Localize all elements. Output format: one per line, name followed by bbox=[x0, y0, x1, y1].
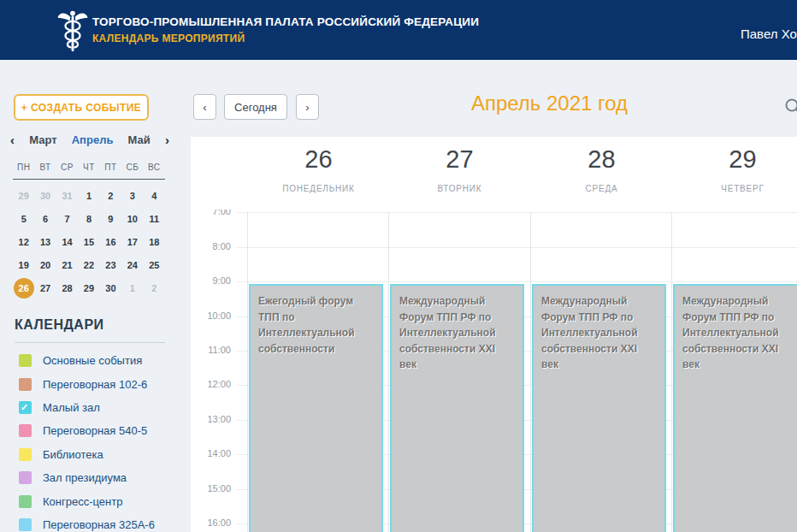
calendar-item-zal-prezidiuma[interactable]: Зал президиума bbox=[0, 466, 180, 489]
calendar-item-peregovornaya-540-5[interactable]: Переговорная 540-5 bbox=[0, 419, 180, 442]
calendar-color-checkbox[interactable] bbox=[19, 354, 32, 367]
today-button[interactable]: Сегодня bbox=[224, 94, 287, 120]
user-name[interactable]: Павел Хо bbox=[741, 27, 797, 41]
mini-day[interactable]: 29 bbox=[13, 184, 34, 207]
day-headers-row: 26 ПОНЕДЕЛЬНИК 27 ВТОРНИК 28 СРЕДА 29 ЧЕ… bbox=[191, 137, 797, 210]
mini-day[interactable]: 6 bbox=[34, 207, 56, 230]
calendar-item-malyj-zal[interactable]: Малый зал bbox=[0, 396, 180, 419]
mini-day[interactable]: 13 bbox=[34, 230, 56, 253]
mini-day[interactable]: 28 bbox=[56, 276, 78, 299]
mini-day[interactable]: 30 bbox=[100, 276, 121, 299]
event-block-wednesday[interactable]: Международный Форум ТПП РФ по Интеллекту… bbox=[532, 284, 666, 532]
mini-day[interactable]: 30 bbox=[34, 184, 56, 207]
mini-day[interactable]: 3 bbox=[121, 184, 143, 207]
weekday-label: ВС bbox=[144, 163, 165, 172]
column-gridline bbox=[671, 212, 672, 532]
calendar-color-checkbox-checked[interactable] bbox=[19, 401, 32, 414]
day-number[interactable]: 28 bbox=[531, 145, 672, 174]
event-title: Международный Форум ТПП РФ по Интеллекту… bbox=[682, 295, 779, 370]
search-icon[interactable] bbox=[784, 98, 797, 116]
event-block-monday[interactable]: Ежегодный форум ТПП по Интеллектуальной … bbox=[249, 284, 383, 532]
mini-day[interactable]: 10 bbox=[121, 207, 143, 230]
calendar-item-peregovornaya-325a-6[interactable]: Переговорная 325А-6 bbox=[0, 513, 180, 532]
mini-day[interactable]: 27 bbox=[34, 276, 56, 299]
mini-day[interactable]: 8 bbox=[78, 207, 99, 230]
org-title: ТОРГОВО-ПРОМЫШЛЕННАЯ ПАЛАТА РОССИЙСКИЙ Ф… bbox=[92, 15, 479, 28]
hour-label: 14:00 bbox=[191, 448, 231, 458]
mini-day[interactable]: 23 bbox=[100, 253, 121, 276]
calendars-list: Основные события Переговорная 102-6 Малы… bbox=[0, 349, 180, 532]
chevron-left-icon[interactable]: ‹ bbox=[10, 133, 15, 147]
calendar-item-peregovornaya-102-6[interactable]: Переговорная 102-6 bbox=[0, 372, 180, 395]
event-title: Международный Форум ТПП РФ по Интеллекту… bbox=[399, 295, 496, 370]
mini-day[interactable]: 4 bbox=[144, 184, 165, 207]
mini-day[interactable]: 22 bbox=[78, 253, 99, 276]
mini-calendar-grid: 29 30 31 1 2 3 4 5 6 7 8 9 10 11 12 13 1… bbox=[13, 184, 165, 299]
mini-day[interactable]: 31 bbox=[56, 184, 78, 207]
mini-day[interactable]: 14 bbox=[56, 230, 78, 253]
calendar-color-checkbox[interactable] bbox=[19, 378, 32, 391]
create-event-button[interactable]: + СОЗДАТЬ СОБЫТИЕ bbox=[14, 94, 149, 121]
next-week-button[interactable]: › bbox=[296, 94, 319, 120]
app-window: ТОРГОВО-ПРОМЫШЛЕННАЯ ПАЛАТА РОССИЙСКИЙ Ф… bbox=[0, 0, 797, 532]
calendar-item-osnovnye[interactable]: Основные события bbox=[0, 349, 180, 372]
day-number[interactable]: 26 bbox=[248, 145, 389, 174]
hour-gridline bbox=[237, 281, 797, 282]
weekday-label: ВТ bbox=[34, 163, 56, 172]
mini-day[interactable]: 17 bbox=[121, 230, 143, 253]
calendar-item-kongress-centr[interactable]: Конгресс-центр bbox=[0, 489, 180, 512]
mini-day[interactable]: 18 bbox=[144, 230, 165, 253]
mini-day[interactable]: 24 bbox=[121, 253, 143, 276]
day-number[interactable]: 29 bbox=[672, 145, 797, 174]
mini-day[interactable]: 25 bbox=[144, 253, 165, 276]
chevron-right-icon[interactable]: › bbox=[165, 133, 169, 147]
view-title: Апрель 2021 год bbox=[316, 92, 782, 115]
weekday-label: ПН bbox=[13, 163, 34, 172]
mini-day[interactable]: 7 bbox=[56, 207, 78, 230]
calendar-color-checkbox[interactable] bbox=[19, 424, 32, 437]
calendar-item-label: Зал президиума bbox=[43, 471, 127, 484]
day-number[interactable]: 27 bbox=[389, 145, 530, 174]
event-block-tuesday[interactable]: Международный Форум ТПП РФ по Интеллекту… bbox=[390, 284, 524, 532]
calendars-section-title: КАЛЕНДАРИ bbox=[15, 317, 104, 333]
header-titles: ТОРГОВО-ПРОМЫШЛЕННАЯ ПАЛАТА РОССИЙСКИЙ Ф… bbox=[92, 15, 479, 44]
mini-day[interactable]: 1 bbox=[78, 184, 99, 207]
mini-day[interactable]: 11 bbox=[144, 207, 165, 230]
mini-day[interactable]: 2 bbox=[100, 184, 121, 207]
event-title: Ежегодный форум ТПП по Интеллектуальной … bbox=[258, 295, 355, 355]
hour-label: 16:00 bbox=[191, 517, 231, 528]
day-header-tuesday: 27 ВТОРНИК bbox=[389, 137, 530, 193]
mini-day[interactable]: 15 bbox=[78, 230, 99, 253]
month-tab-may[interactable]: Май bbox=[128, 133, 151, 146]
mini-day[interactable]: 21 bbox=[56, 253, 78, 276]
calendar-item-label: Библиотека bbox=[43, 448, 103, 461]
mini-day[interactable]: 19 bbox=[13, 253, 34, 276]
calendar-item-biblioteka[interactable]: Библиотека bbox=[0, 443, 180, 466]
mini-day-selected[interactable]: 26 bbox=[13, 276, 34, 299]
calendar-color-checkbox[interactable] bbox=[19, 518, 32, 531]
calendar-item-label: Переговорная 102-6 bbox=[43, 378, 147, 391]
mini-day[interactable]: 29 bbox=[78, 276, 99, 299]
calendar-color-checkbox[interactable] bbox=[19, 495, 32, 508]
mini-day[interactable]: 1 bbox=[121, 276, 143, 299]
month-tab-aprel[interactable]: Апрель bbox=[72, 133, 114, 146]
mini-day[interactable]: 16 bbox=[100, 230, 121, 253]
weekday-label: СР bbox=[56, 163, 78, 172]
hour-label: 11:00 bbox=[191, 345, 231, 355]
event-block-thursday[interactable]: Международный Форум ТПП РФ по Интеллекту… bbox=[673, 284, 797, 532]
app-subtitle: КАЛЕНДАРЬ МЕРОПРИЯТИЙ bbox=[92, 33, 479, 44]
mini-day[interactable]: 20 bbox=[34, 253, 56, 276]
prev-week-button[interactable]: ‹ bbox=[193, 94, 216, 120]
calendar-color-checkbox[interactable] bbox=[19, 471, 32, 484]
mini-day[interactable]: 2 bbox=[144, 276, 165, 299]
month-tab-mart[interactable]: Март bbox=[29, 133, 56, 146]
mini-calendar-weekday-header: ПН ВТ СР ЧТ ПТ СБ ВС bbox=[13, 163, 165, 180]
calendar-color-checkbox[interactable] bbox=[19, 448, 32, 461]
day-header-wednesday: 28 СРЕДА bbox=[531, 137, 672, 193]
mini-day[interactable]: 12 bbox=[13, 230, 34, 253]
mini-day[interactable]: 9 bbox=[100, 207, 121, 230]
app-header: ТОРГОВО-ПРОМЫШЛЕННАЯ ПАЛАТА РОССИЙСКИЙ Ф… bbox=[0, 0, 797, 60]
mini-day[interactable]: 5 bbox=[13, 207, 34, 230]
time-grid[interactable]: 7:00 8:00 9:00 10:00 11:00 12:00 13:00 1… bbox=[191, 210, 797, 532]
mini-calendar-month-nav: ‹ Март Апрель Май › bbox=[10, 133, 169, 147]
